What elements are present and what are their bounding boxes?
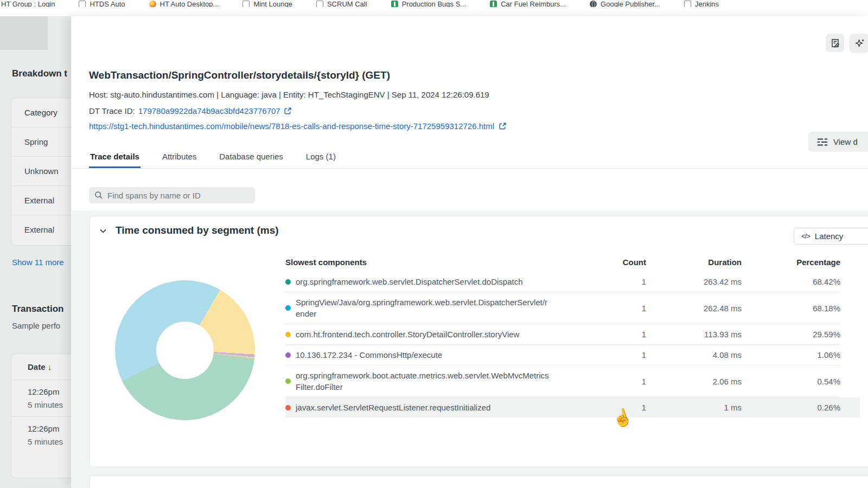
segment-color-dot xyxy=(285,352,291,358)
component-row[interactable]: org.springframework.boot.actuate.metrics… xyxy=(285,365,840,397)
ai-assistant-button[interactable] xyxy=(850,34,868,53)
tab-database-queries[interactable]: Database queries xyxy=(218,149,284,168)
segment-color-dot xyxy=(285,279,291,285)
percentage-header: Percentage xyxy=(742,258,840,267)
bookmark-favicon-icon xyxy=(684,1,691,8)
donut-hole xyxy=(156,322,214,379)
bookmark-label: SCRUM Call xyxy=(327,0,367,7)
sliders-icon xyxy=(817,138,828,146)
component-count: 1 xyxy=(581,277,646,286)
component-percentage: 0.26% xyxy=(742,403,840,412)
component-name: org.springframework.web.servlet.Dispatch… xyxy=(296,276,523,287)
bookmark-label: Production Bugs S... xyxy=(402,0,467,7)
segment-color-dot xyxy=(285,332,291,337)
tab-attributes[interactable]: Attributes xyxy=(161,149,197,168)
browser-bookmarks-bar: HT Group : Login HTDS Auto HT Auto Deskt… xyxy=(0,0,868,7)
bookmark-label: HT Auto Desktop... xyxy=(160,0,219,7)
bookmark-favicon-icon xyxy=(490,1,497,8)
bookmark-item[interactable]: Google Publisher... xyxy=(590,0,660,7)
code-icon: </> xyxy=(801,232,810,240)
segment-donut-chart[interactable] xyxy=(115,280,255,420)
component-name: org.springframework.boot.actuate.metrics… xyxy=(296,370,551,393)
trace-id-label: DT Trace ID: xyxy=(89,106,135,115)
component-duration: 263.42 ms xyxy=(646,277,742,286)
span-search[interactable] xyxy=(89,187,255,203)
trace-id-link[interactable]: 179780a9922da74b9ac3bfd423776707 xyxy=(138,106,280,115)
bookmark-item[interactable]: HT Group : Login xyxy=(1,0,55,7)
component-count: 1 xyxy=(581,330,646,339)
components-table: org.springframework.web.servlet.Dispatch… xyxy=(285,272,840,418)
sparkle-icon xyxy=(854,38,865,49)
component-name: com.ht.frontend.tech.controller.StoryDet… xyxy=(296,329,519,340)
component-name: SpringView/Java/org.springframework.web.… xyxy=(296,297,551,319)
component-duration: 4.08 ms xyxy=(646,350,742,359)
bookmark-label: HT Group : Login xyxy=(1,0,55,7)
component-name: 10.136.172.234 - CommonsHttp/execute xyxy=(296,349,442,361)
component-row[interactable]: SpringView/Java/org.springframework.web.… xyxy=(285,292,840,324)
component-count: 1 xyxy=(581,377,646,386)
bookmark-item[interactable]: HT Auto Desktop... xyxy=(149,0,219,7)
next-section-card xyxy=(89,475,868,488)
latency-button[interactable]: </> Latency xyxy=(794,228,868,245)
component-duration: 1 ms xyxy=(646,403,742,412)
component-row[interactable]: 10.136.172.234 - CommonsHttp/execute 1 4… xyxy=(285,345,840,365)
breakdown-sidebar: Breakdown t Category Spring Unknown Exte… xyxy=(0,16,71,488)
collapse-chevron-icon[interactable] xyxy=(99,228,107,234)
bookmark-item[interactable]: HTDS Auto xyxy=(79,0,125,7)
transactions-subtitle: Sample perfo xyxy=(12,321,60,330)
bookmark-label: Mint Lounge xyxy=(253,0,292,7)
tab-logs-1-[interactable]: Logs (1) xyxy=(305,149,337,168)
component-percentage: 68.42% xyxy=(742,277,840,286)
bookmark-item[interactable]: Car Fuel Reimburs... xyxy=(490,0,566,7)
count-header: Count xyxy=(581,258,646,267)
view-details-label: View d xyxy=(833,137,858,146)
external-link-icon[interactable] xyxy=(284,107,292,115)
external-link-icon[interactable] xyxy=(499,122,507,130)
component-duration: 113.93 ms xyxy=(646,330,742,339)
component-percentage: 29.59% xyxy=(742,330,840,339)
duration-header: Duration xyxy=(646,258,742,267)
bookmark-label: Jenkins xyxy=(695,0,719,7)
component-duration: 2.06 ms xyxy=(646,377,742,386)
bookmark-favicon-icon xyxy=(316,1,323,8)
search-input[interactable] xyxy=(107,191,250,200)
segment-color-dot xyxy=(285,305,291,311)
bookmark-label: HTDS Auto xyxy=(90,0,125,7)
time-consumed-card: Time consumed by segment (ms) </> Latenc… xyxy=(89,216,868,467)
notes-edit-icon xyxy=(830,38,840,48)
transactions-title: Transaction xyxy=(12,304,63,314)
bookmark-item[interactable]: Jenkins xyxy=(684,0,719,7)
page-url-link[interactable]: https://stg1-tech.hindustantimes.com/mob… xyxy=(89,121,494,131)
section-title: Time consumed by segment (ms) xyxy=(116,224,279,236)
trace-tabs: Trace details Attributes Database querie… xyxy=(71,149,868,169)
component-name: javax.servlet.ServletRequestListener.req… xyxy=(296,402,490,413)
trace-details-panel: WebTransaction/SpringController/storydet… xyxy=(71,16,868,488)
component-count: 1 xyxy=(581,304,646,313)
bookmark-favicon-icon xyxy=(79,1,86,8)
notes-button[interactable] xyxy=(826,34,844,52)
bookmark-label: Car Fuel Reimburs... xyxy=(501,0,566,7)
component-percentage: 0.54% xyxy=(742,377,840,386)
segment-color-dot xyxy=(285,405,291,410)
component-percentage: 1.06% xyxy=(742,350,840,359)
bookmark-favicon-icon xyxy=(590,1,597,8)
bookmark-label: Google Publisher... xyxy=(601,0,660,7)
component-count: 1 xyxy=(581,350,646,359)
bookmark-favicon-icon xyxy=(391,1,398,8)
bookmark-item[interactable]: Mint Lounge xyxy=(242,0,292,7)
component-row[interactable]: javax.servlet.ServletRequestListener.req… xyxy=(285,397,860,418)
tab-trace-details[interactable]: Trace details xyxy=(89,149,141,168)
background-block xyxy=(0,16,48,50)
transaction-meta: Host: stg-auto.hindustantimes.com | Lang… xyxy=(89,90,489,99)
component-count: 1 xyxy=(581,403,646,412)
show-more-link[interactable]: Show 11 more xyxy=(12,258,64,267)
segment-color-dot xyxy=(285,378,291,384)
search-icon xyxy=(94,191,103,200)
transaction-title: WebTransaction/SpringController/storydet… xyxy=(89,69,390,81)
bookmark-item[interactable]: Production Bugs S... xyxy=(391,0,467,7)
name-header: Slowest components xyxy=(285,258,581,267)
component-row[interactable]: org.springframework.web.servlet.Dispatch… xyxy=(285,272,840,292)
bookmark-item[interactable]: SCRUM Call xyxy=(316,0,367,7)
component-row[interactable]: com.ht.frontend.tech.controller.StoryDet… xyxy=(285,324,840,345)
components-table-header: Slowest components Count Duration Percen… xyxy=(285,258,840,267)
